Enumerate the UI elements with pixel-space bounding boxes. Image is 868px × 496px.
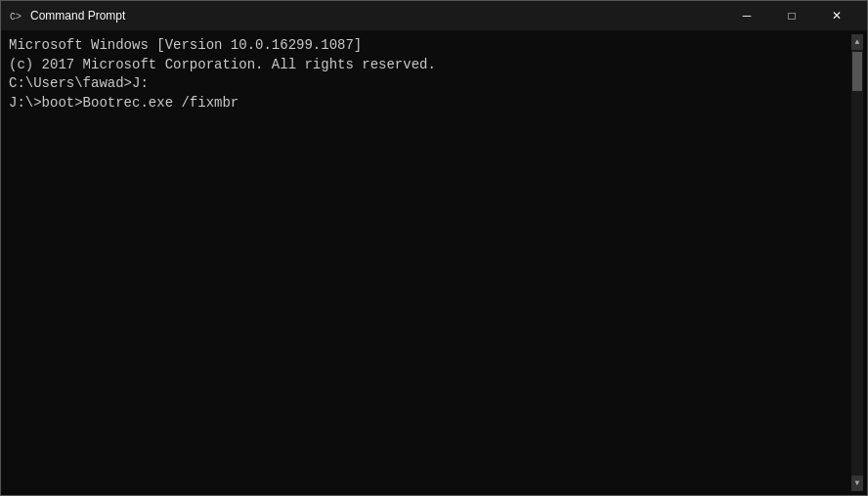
command-prompt-window: C> Command Prompt ─ □ ✕ Microsoft Window…	[0, 0, 868, 496]
cmd-icon: C>	[9, 8, 24, 23]
scroll-thumb[interactable]	[852, 52, 862, 91]
scroll-up-arrow[interactable]: ▲	[851, 34, 863, 50]
window-title: Command Prompt	[30, 9, 724, 23]
minimize-button[interactable]: ─	[724, 1, 769, 30]
scrollbar[interactable]: ▲ ▼	[851, 34, 863, 491]
console-line: J:\>boot>Bootrec.exe /fixmbr	[9, 94, 847, 113]
console-body[interactable]: Microsoft Windows [Version 10.0.16299.10…	[1, 30, 867, 495]
console-output: Microsoft Windows [Version 10.0.16299.10…	[5, 34, 851, 491]
window-controls: ─ □ ✕	[724, 1, 859, 30]
title-bar: C> Command Prompt ─ □ ✕	[1, 1, 867, 30]
svg-text:C>: C>	[10, 12, 22, 23]
console-line: Microsoft Windows [Version 10.0.16299.10…	[9, 36, 847, 56]
close-button[interactable]: ✕	[814, 1, 859, 30]
maximize-button[interactable]: □	[769, 1, 814, 30]
scroll-down-arrow[interactable]: ▼	[851, 475, 863, 491]
console-line: (c) 2017 Microsoft Corporation. All righ…	[9, 56, 847, 75]
console-line: C:\Users\fawad>J:	[9, 74, 847, 94]
